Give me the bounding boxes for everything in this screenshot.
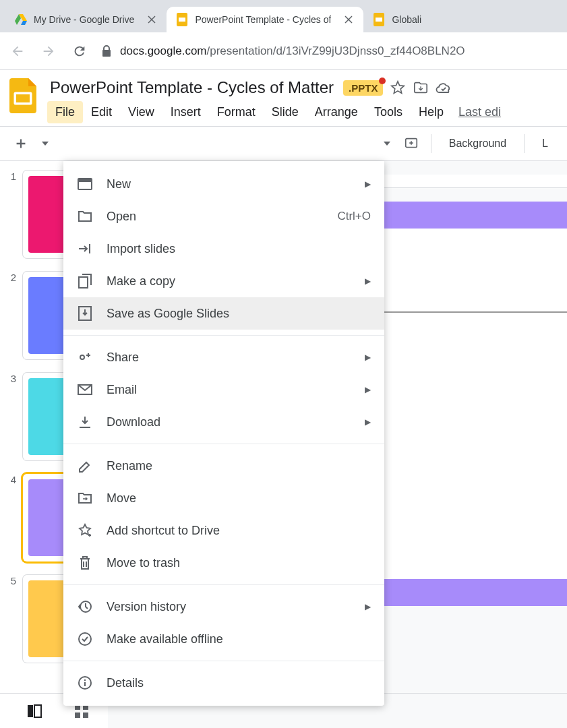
rectangle-icon bbox=[77, 176, 93, 192]
reload-button[interactable] bbox=[70, 42, 89, 61]
offline-icon bbox=[77, 631, 93, 647]
url-display[interactable]: docs.google.com/presentation/d/13iVrZ99j… bbox=[101, 44, 559, 58]
svg-rect-27 bbox=[83, 712, 88, 718]
menu-file[interactable]: File bbox=[47, 101, 83, 123]
svg-rect-23 bbox=[34, 705, 41, 717]
menu-tools[interactable]: Tools bbox=[366, 101, 411, 123]
menu-email[interactable]: Email ▶ bbox=[63, 373, 384, 406]
info-icon bbox=[77, 675, 93, 691]
toolbar: Background L bbox=[0, 126, 567, 161]
slides-favicon bbox=[373, 13, 385, 26]
svg-rect-14 bbox=[79, 277, 88, 288]
thumb-number: 3 bbox=[7, 373, 16, 384]
save-icon bbox=[77, 305, 93, 322]
svg-marker-1 bbox=[21, 21, 27, 25]
thumb-number: 1 bbox=[7, 171, 16, 182]
menu-make-copy[interactable]: Make a copy ▶ bbox=[63, 265, 384, 297]
svg-rect-13 bbox=[78, 179, 92, 182]
comment-button[interactable] bbox=[400, 132, 423, 155]
background-button[interactable]: Background bbox=[440, 133, 516, 154]
tab-title: My Drive - Google Drive bbox=[34, 14, 134, 25]
import-icon bbox=[77, 241, 93, 257]
move-to-folder-icon[interactable] bbox=[413, 80, 429, 96]
thumb-number: 5 bbox=[7, 575, 16, 586]
menu-rename[interactable]: Rename bbox=[63, 450, 384, 482]
drive-favicon bbox=[15, 13, 27, 26]
menu-format[interactable]: Format bbox=[209, 101, 264, 123]
share-icon bbox=[77, 349, 93, 365]
new-slide-dropdown[interactable] bbox=[38, 138, 53, 150]
last-edit-link[interactable]: Last edi bbox=[458, 105, 501, 119]
history-icon bbox=[77, 599, 93, 615]
menu-move[interactable]: Move bbox=[63, 482, 384, 514]
menu-share[interactable]: Share ▶ bbox=[63, 341, 384, 373]
pptx-badge[interactable]: .PPTX bbox=[343, 80, 383, 96]
menu-add-shortcut[interactable]: Add shortcut to Drive bbox=[63, 514, 384, 547]
svg-point-16 bbox=[80, 355, 84, 359]
menu-save-as-google-slides[interactable]: Save as Google Slides bbox=[63, 297, 384, 330]
thumb-number: 2 bbox=[7, 272, 16, 283]
document-title[interactable]: PowerPoint Template - Cycles of Matter bbox=[47, 77, 336, 98]
menu-open[interactable]: Open Ctrl+O bbox=[63, 200, 384, 233]
tab-title: Globali bbox=[392, 14, 421, 25]
menu-new[interactable]: New ▶ bbox=[63, 168, 384, 200]
thumb-number: 4 bbox=[7, 474, 16, 485]
forward-button[interactable] bbox=[39, 42, 58, 61]
back-button[interactable] bbox=[8, 42, 27, 61]
url-path: /presentation/d/13iVrZ99jU3Djnss0_zf44O8… bbox=[207, 44, 465, 57]
lock-icon bbox=[101, 45, 112, 57]
browser-tab[interactable]: Globali bbox=[363, 7, 431, 32]
menu-divider bbox=[63, 335, 384, 336]
trash-icon bbox=[77, 555, 93, 571]
chevron-right-icon: ▶ bbox=[365, 179, 371, 189]
menu-details[interactable]: Details bbox=[63, 667, 384, 699]
star-icon[interactable] bbox=[390, 80, 406, 96]
shortcut-label: Ctrl+O bbox=[337, 210, 371, 223]
slides-logo[interactable] bbox=[8, 77, 38, 115]
filmstrip-view-icon[interactable] bbox=[27, 704, 42, 719]
menu-import-slides[interactable]: Import slides bbox=[63, 233, 384, 265]
layout-button[interactable]: L bbox=[533, 133, 558, 154]
app-header: PowerPoint Template - Cycles of Matter .… bbox=[0, 70, 567, 123]
svg-rect-6 bbox=[376, 18, 382, 22]
close-icon[interactable] bbox=[146, 14, 157, 25]
tab-title: PowerPoint Template - Cycles of bbox=[195, 14, 331, 25]
menu-divider bbox=[63, 444, 384, 444]
cloud-status-icon[interactable] bbox=[436, 80, 452, 96]
menu-arrange[interactable]: Arrange bbox=[307, 101, 366, 123]
chevron-right-icon: ▶ bbox=[365, 353, 371, 362]
move-icon bbox=[77, 490, 93, 506]
menu-version-history[interactable]: Version history ▶ bbox=[63, 590, 384, 623]
svg-point-19 bbox=[79, 633, 91, 645]
url-host: docs.google.com bbox=[120, 44, 207, 57]
menu-make-offline[interactable]: Make available offline bbox=[63, 623, 384, 655]
shortcut-icon bbox=[77, 522, 93, 539]
svg-rect-7 bbox=[102, 50, 111, 57]
menu-insert[interactable]: Insert bbox=[162, 101, 209, 123]
email-icon bbox=[77, 382, 93, 398]
svg-rect-10 bbox=[16, 94, 30, 102]
menu-move-to-trash[interactable]: Move to trash bbox=[63, 547, 384, 579]
menu-divider bbox=[63, 584, 384, 585]
menu-slide[interactable]: Slide bbox=[264, 101, 307, 123]
svg-rect-26 bbox=[75, 712, 80, 718]
folder-icon bbox=[77, 208, 93, 224]
select-arrow-dropdown[interactable] bbox=[380, 138, 394, 150]
rename-icon bbox=[77, 458, 93, 474]
menu-help[interactable]: Help bbox=[411, 101, 452, 123]
close-icon[interactable] bbox=[343, 14, 354, 25]
menu-download[interactable]: Download ▶ bbox=[63, 406, 384, 438]
svg-point-21 bbox=[84, 679, 86, 681]
menubar: File Edit View Insert Format Slide Arran… bbox=[47, 101, 556, 123]
browser-tab[interactable]: My Drive - Google Drive bbox=[5, 7, 167, 32]
svg-rect-4 bbox=[179, 18, 185, 22]
menu-edit[interactable]: Edit bbox=[83, 101, 120, 123]
menu-view[interactable]: View bbox=[120, 101, 162, 123]
chevron-right-icon: ▶ bbox=[365, 602, 371, 611]
copy-icon bbox=[77, 273, 93, 289]
slides-favicon bbox=[176, 13, 188, 26]
browser-tab[interactable]: PowerPoint Template - Cycles of bbox=[167, 7, 363, 32]
address-bar: docs.google.com/presentation/d/13iVrZ99j… bbox=[0, 32, 567, 70]
chevron-right-icon: ▶ bbox=[365, 276, 371, 286]
new-slide-button[interactable] bbox=[9, 132, 32, 155]
